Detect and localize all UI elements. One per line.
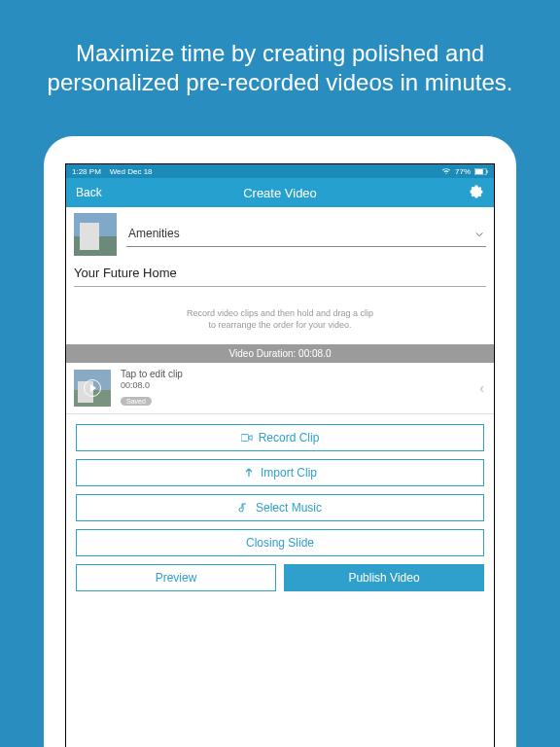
- nav-title: Create Video: [66, 186, 494, 200]
- app-screen: 1:28 PM Wed Dec 18 77% Back Create Video: [65, 163, 495, 747]
- clip-info: Tap to edit clip 00:08.0 Saved: [121, 369, 470, 408]
- record-clip-button[interactable]: Record Clip: [76, 424, 484, 451]
- publish-label: Publish Video: [348, 571, 419, 585]
- clip-badge: Saved: [121, 397, 152, 406]
- gear-icon: [469, 184, 484, 199]
- instruction-text: Record video clips and then hold and dra…: [66, 291, 494, 344]
- action-buttons: Record Clip Import Clip Select Music Clo…: [66, 414, 494, 591]
- clip-item[interactable]: Tap to edit clip 00:08.0 Saved ‹: [66, 363, 494, 414]
- closing-label: Closing Slide: [246, 536, 314, 550]
- preview-button[interactable]: Preview: [76, 564, 276, 591]
- status-left: 1:28 PM Wed Dec 18: [72, 167, 153, 176]
- promo-headline: Maximize time by creating polished and p…: [29, 39, 531, 97]
- clip-label: Tap to edit clip: [121, 369, 470, 379]
- property-thumbnail[interactable]: [74, 213, 117, 256]
- wifi-icon: [441, 167, 451, 175]
- clip-time: 00:08.0: [121, 380, 470, 390]
- svg-rect-3: [241, 435, 249, 442]
- music-icon: [238, 502, 250, 514]
- chevron-down-icon: [474, 229, 484, 238]
- clip-thumbnail[interactable]: [74, 370, 111, 407]
- bottom-row: Preview Publish Video: [76, 564, 484, 591]
- video-title-input[interactable]: Your Future Home: [74, 266, 486, 287]
- chevron-left-icon: ‹: [479, 380, 486, 396]
- header-row: Amenities: [66, 207, 494, 256]
- hint-line2: to rearrange the order for your video.: [76, 320, 484, 332]
- promo-banner: Maximize time by creating polished and p…: [0, 0, 560, 136]
- status-bar: 1:28 PM Wed Dec 18 77%: [66, 164, 494, 178]
- status-date: Wed Dec 18: [110, 167, 153, 176]
- title-row: Your Future Home: [66, 256, 494, 291]
- svg-rect-2: [487, 170, 488, 173]
- import-label: Import Clip: [261, 466, 317, 480]
- record-label: Record Clip: [259, 431, 320, 445]
- upload-icon: [243, 467, 255, 479]
- svg-rect-1: [475, 168, 483, 173]
- duration-bar: Video Duration: 00:08.0: [66, 344, 494, 363]
- category-select[interactable]: Amenities: [126, 223, 486, 247]
- nav-bar: Back Create Video: [66, 178, 494, 207]
- select-music-button[interactable]: Select Music: [76, 494, 484, 521]
- publish-button[interactable]: Publish Video: [284, 564, 484, 591]
- battery-icon: [474, 168, 488, 175]
- tablet-frame: 1:28 PM Wed Dec 18 77% Back Create Video: [44, 136, 516, 747]
- closing-slide-button[interactable]: Closing Slide: [76, 529, 484, 556]
- music-label: Select Music: [256, 501, 322, 515]
- import-clip-button[interactable]: Import Clip: [76, 459, 484, 486]
- settings-button[interactable]: [469, 184, 484, 199]
- back-button[interactable]: Back: [76, 186, 102, 199]
- status-time: 1:28 PM: [72, 167, 101, 176]
- hint-line1: Record video clips and then hold and dra…: [76, 308, 484, 320]
- video-icon: [241, 432, 253, 444]
- preview-label: Preview: [156, 571, 197, 585]
- status-right: 77%: [441, 167, 488, 176]
- category-value: Amenities: [128, 227, 180, 240]
- status-battery: 77%: [455, 167, 471, 176]
